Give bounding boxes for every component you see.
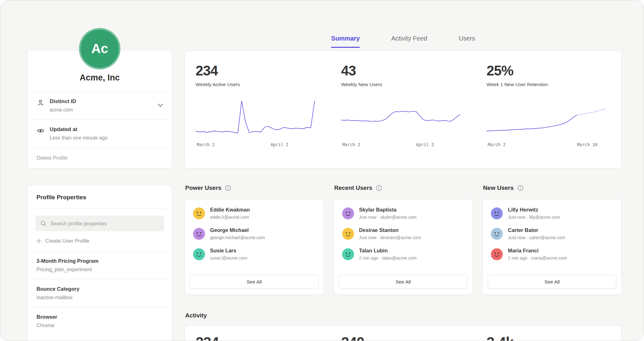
updated-at-label: Updated at bbox=[50, 126, 108, 133]
search-icon bbox=[40, 220, 47, 227]
user-row[interactable]: Lilly Herwitz Just now · lilly@acme.com bbox=[483, 203, 621, 223]
info-icon[interactable] bbox=[517, 185, 524, 191]
see-all-button[interactable]: See All bbox=[339, 275, 468, 289]
user-name: Desirae Stanton bbox=[359, 227, 421, 233]
distinct-id-label: Distinct ID bbox=[50, 98, 76, 105]
app-window: Ac Acme, Inc Distinct ID acme.com bbox=[0, 0, 644, 341]
user-name: Maria Franci bbox=[508, 248, 567, 254]
x-tick-right: April 2 bbox=[416, 142, 434, 147]
user-row[interactable]: Desirae Stanton Just now · desirare@acme… bbox=[334, 223, 473, 244]
property-row: 3-Month Pricing Program Pricing_plan_exp… bbox=[28, 251, 172, 279]
power-users-column: Power Users Eddie Kwakman ed bbox=[185, 184, 324, 295]
plus-icon bbox=[36, 238, 42, 244]
user-row[interactable]: Maria Franci 2 min ago · maria@acme.com bbox=[483, 244, 621, 264]
tab-users[interactable]: Users bbox=[459, 35, 475, 48]
profile-properties-title: Profile Properties bbox=[28, 185, 172, 209]
activity-stats-card: 234 240 3.4k bbox=[185, 325, 622, 341]
user-row[interactable]: Susie Lars susie.l@acme.com bbox=[185, 244, 324, 264]
user-row[interactable]: Skylar Baptista Just now · skyler@acme.c… bbox=[334, 203, 473, 223]
user-name: Carter Bator bbox=[508, 227, 565, 233]
info-icon[interactable] bbox=[225, 185, 231, 191]
activity-stat-value: 234 bbox=[185, 326, 330, 341]
property-value: Pricing_plan_experiment bbox=[36, 267, 163, 272]
distinct-id-value: acme.com bbox=[50, 107, 76, 113]
user-meta: 2 min ago · maria@acme.com bbox=[508, 256, 567, 261]
user-row[interactable]: Carter Bator Just now · carter@acme.com bbox=[483, 223, 621, 244]
property-row: Bounce Category inactive-mailbox bbox=[28, 279, 172, 307]
user-meta: eddie.k@acme.com bbox=[210, 215, 250, 220]
face-icon bbox=[193, 207, 205, 219]
user-row[interactable]: George Michael george.michael@acme.com bbox=[185, 223, 324, 244]
user-avatar bbox=[193, 248, 205, 260]
tab-summary[interactable]: Summary bbox=[331, 35, 360, 48]
x-tick-left: March 2 bbox=[488, 142, 506, 147]
week1-retention-sparkline bbox=[486, 97, 605, 138]
updated-at-value: Less than one minute ago bbox=[50, 135, 108, 141]
property-row: Browser Chrome bbox=[28, 307, 172, 335]
face-icon bbox=[342, 248, 354, 260]
user-avatar bbox=[491, 207, 503, 219]
company-avatar-initials: Ac bbox=[91, 41, 108, 56]
property-value: Chrome bbox=[36, 323, 163, 328]
x-tick-left: March 2 bbox=[197, 142, 215, 147]
stat-weekly-new-users: 43 Weekly New Users March 2 April 2 bbox=[330, 51, 476, 168]
user-meta: Just now · skyler@acme.com bbox=[359, 215, 417, 220]
user-avatar bbox=[342, 248, 354, 260]
user-name: Skylar Baptista bbox=[359, 207, 417, 213]
user-name: George Michael bbox=[210, 227, 265, 233]
user-name: Talan Lubin bbox=[359, 248, 417, 254]
power-users-title: Power Users bbox=[185, 184, 221, 191]
user-avatar bbox=[491, 228, 503, 240]
stat-label: Week 1 New User Retention bbox=[486, 82, 613, 87]
user-name: Susie Lars bbox=[210, 248, 247, 254]
x-axis: March 2 March 10 bbox=[486, 142, 605, 148]
tab-activity-feed[interactable]: Activity Feed bbox=[391, 35, 427, 48]
see-all-button[interactable]: See All bbox=[190, 275, 319, 289]
new-users-column: New Users Lilly Herwitz Just bbox=[482, 184, 622, 295]
property-value: inactive-mailbox bbox=[36, 295, 163, 300]
person-icon bbox=[36, 99, 45, 107]
create-user-profile-button[interactable]: Create User Profile bbox=[28, 231, 172, 251]
user-avatar bbox=[342, 228, 354, 240]
user-lists-row: Power Users Eddie Kwakman ed bbox=[185, 184, 622, 295]
chevron-down-icon[interactable] bbox=[157, 103, 164, 107]
create-user-profile-label: Create User Profile bbox=[45, 238, 89, 244]
delete-profile-button[interactable]: Delete Profile bbox=[28, 147, 172, 168]
profile-properties-card: Profile Properties Create User Profile 3… bbox=[27, 185, 172, 341]
user-meta: Just now · desirare@acme.com bbox=[359, 235, 421, 240]
user-name: Eddie Kwakman bbox=[210, 207, 250, 213]
face-icon bbox=[491, 248, 503, 260]
stat-label: Weekly Active Users bbox=[196, 82, 322, 87]
stat-value: 25% bbox=[486, 63, 613, 79]
main-content: Summary Activity Feed Users 234 Weekly A… bbox=[185, 0, 622, 341]
user-name: Lilly Herwitz bbox=[508, 207, 560, 213]
user-meta: Just now · lilly@acme.com bbox=[508, 215, 560, 220]
profile-sidebar: Ac Acme, Inc Distinct ID acme.com bbox=[27, 0, 172, 341]
face-icon bbox=[193, 248, 205, 260]
search-input[interactable] bbox=[50, 221, 159, 227]
user-row[interactable]: Talan Lubin 2 min ago · talan@acme.com bbox=[334, 244, 473, 264]
recent-users-title: Recent Users bbox=[334, 184, 372, 191]
stat-label: Weekly New Users bbox=[341, 82, 468, 87]
profile-properties-search[interactable] bbox=[35, 216, 164, 231]
user-row[interactable]: Eddie Kwakman eddie.k@acme.com bbox=[185, 203, 324, 223]
weekly-active-users-sparkline bbox=[196, 97, 314, 138]
stat-weekly-active-users: 234 Weekly Active Users March 2 April 2 bbox=[185, 51, 330, 168]
power-users-card: Eddie Kwakman eddie.k@acme.com George Mi… bbox=[185, 199, 324, 295]
x-tick-right: April 2 bbox=[270, 142, 288, 147]
info-icon[interactable] bbox=[376, 185, 382, 191]
activity-stat-value: 3.4k bbox=[476, 326, 621, 341]
x-axis: March 2 April 2 bbox=[196, 142, 314, 148]
x-tick-left: March 2 bbox=[342, 142, 360, 147]
property-name: Bounce Category bbox=[36, 286, 163, 292]
company-avatar: Ac bbox=[79, 28, 120, 69]
summary-stats-card: 234 Weekly Active Users March 2 April 2 … bbox=[185, 51, 622, 168]
recent-users-card: Skylar Baptista Just now · skyler@acme.c… bbox=[334, 199, 473, 295]
eye-icon bbox=[36, 127, 45, 135]
user-avatar bbox=[491, 248, 503, 260]
user-meta: 2 min ago · talan@acme.com bbox=[359, 256, 417, 261]
see-all-button[interactable]: See All bbox=[488, 275, 616, 289]
distinct-id-row: Distinct ID acme.com bbox=[28, 91, 172, 119]
activity-section-title: Activity bbox=[185, 312, 207, 319]
stat-value: 234 bbox=[196, 63, 322, 79]
